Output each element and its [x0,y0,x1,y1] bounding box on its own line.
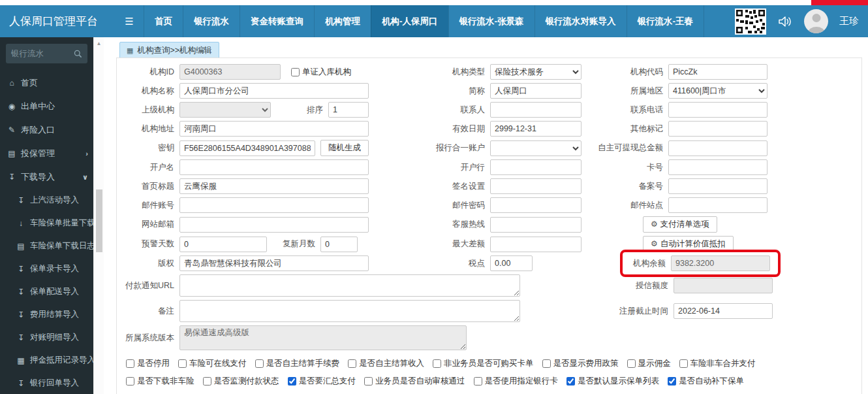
address-label: 机构地址 [117,123,179,135]
tab-bank-flow-zhangjingsen[interactable]: 银行流水-张景森 [448,5,535,37]
random-generate-button[interactable]: 随机生成 [320,140,369,156]
bank-input[interactable] [490,159,581,175]
checkbox-default-show-policy-list[interactable]: 是否默认显示保单列表 [566,376,659,387]
checkbox-auto-online-pay[interactable]: 车险可在线支付 [178,358,247,369]
phone-input[interactable] [668,102,767,118]
checkbox-download-noncar[interactable]: 是否下载非车险 [126,376,194,387]
valid-date-input[interactable] [490,121,581,137]
unified-account-select[interactable] [490,140,581,156]
tab-bank-flow[interactable]: 银行流水 [183,5,240,37]
tab-home[interactable]: 首页 [144,5,183,37]
org-name-input[interactable] [179,83,369,99]
contact-input[interactable] [490,102,581,118]
checkbox-auto-supplement-policy[interactable]: 是否自动补下保单 [668,376,744,387]
mail-site-label: 邮件站点 [581,200,668,211]
site-mail-label: 网站邮箱 [117,219,179,230]
scrollbar-thumb[interactable] [96,189,102,252]
sidebar-item-policy-delivery-import[interactable]: ↧保单配送导入 [0,280,93,303]
pay-list-options-button[interactable]: ⚙支付清单选项 [643,216,717,233]
search-icon[interactable] [74,50,82,58]
copyright-input[interactable] [179,255,369,271]
sidebar-item-policy-card-import[interactable]: ↧保单录卡导入 [0,257,93,280]
import-icon: ↧ [7,172,16,182]
other-mark-input[interactable] [668,121,767,137]
speaker-icon[interactable] [777,14,793,29]
home-title-input[interactable] [179,178,369,194]
max-diff-input[interactable] [490,237,581,252]
gear-icon: ⚙ [651,239,658,248]
account-name-input[interactable] [179,159,369,175]
short-name-input[interactable] [490,83,581,99]
site-mail-input[interactable] [179,217,369,233]
sort-input[interactable] [328,102,369,118]
checkbox-use-specified-bankcard[interactable]: 是否使用指定银行卡 [474,376,559,387]
sign-setting-input[interactable] [490,178,581,194]
sidebar-item-deposit-record-import[interactable]: ▦押金抵用记录导入 [0,349,93,372]
sidebar-item-auto-policy-download-log[interactable]: ▤车险保单下载日志 [0,235,93,257]
checkbox-auto-noncar-merge-pay[interactable]: 车险非车合并支付 [679,358,756,369]
tax-point-input[interactable] [490,255,533,271]
max-diff-label: 最大差额 [369,238,490,250]
tab-org-picc-zhoukou[interactable]: 机构-人保周口 [371,5,448,37]
self-withdraw-total-input[interactable] [668,140,767,156]
cert-in-checkbox[interactable]: 单证入库机构 [291,67,351,78]
tab-bank-flow-reconcile-import[interactable]: 银行流水对账导入 [535,5,627,37]
checkbox-disabled[interactable]: 是否停用 [126,358,170,369]
checkbox-self-settle-income[interactable]: 是否自主结算收入 [348,358,424,369]
scrollbar-up-arrow[interactable]: ▲ [94,37,104,46]
sidebar-search [6,44,87,63]
record-no-label: 备案号 [581,181,668,192]
system-version-label: 所属系统版本 [117,333,179,344]
sidebar-item-download-import[interactable]: ↧下载导入∨ [0,165,93,189]
card-no-input[interactable] [668,159,767,175]
tab-fund-transfer-query[interactable]: 资金转账查询 [240,5,314,37]
region-select[interactable]: 411600|周口市 [668,83,767,99]
tab-org-manage[interactable]: 机构管理 [314,5,371,37]
org-code-input[interactable] [668,64,767,80]
other-mark-label: 其他标记 [581,123,668,135]
highlight-annotation: 机构余额 [620,250,781,277]
avatar[interactable] [804,9,828,33]
sidebar-item-insure-manage[interactable]: ▤投保管理› [0,142,93,165]
record-no-input[interactable] [668,178,767,194]
checkbox-show-commission[interactable]: 显示佣金 [627,358,671,369]
pay-notify-url-textarea[interactable] [179,274,520,297]
checkbox-nonsales-buy-card[interactable]: 非业务员是否可购买卡单 [433,358,534,369]
checkbox-self-settle-fee[interactable]: 是否自主结算手续费 [255,358,340,369]
sort-label: 排序 [307,105,328,116]
checkbox-monitor-pay-status[interactable]: 是否监测付款状态 [203,376,279,387]
option-row-1: 是否停用 车险可在线支付 是否自主结算手续费 是否自主结算收入 非业务员是否可购… [126,358,861,369]
search-input[interactable] [11,49,74,58]
parent-org-label: 上级机构 [117,105,179,116]
parent-org-select[interactable] [179,102,271,118]
renew-months-input[interactable] [320,237,358,252]
sidebar-item-bank-receipt-import[interactable]: ↧银行回单导入 [0,372,93,394]
hamburger-icon[interactable]: ☰ [115,5,144,37]
remark-textarea[interactable] [179,300,520,322]
checkbox-show-fee-policy[interactable]: 是否显示费用政策 [542,358,619,369]
import-icon: ↧ [16,265,25,274]
mail-password-input[interactable] [490,197,581,213]
sidebar-item-reconcile-detail-import[interactable]: ↧对账明细导入 [0,326,93,349]
hotline-input[interactable] [490,217,581,233]
sidebar-item-fee-settle-import[interactable]: ↧费用结算导入 [0,303,93,326]
sidebar-item-life-entry[interactable]: ✎寿险入口 [0,118,93,142]
mail-account-input[interactable] [179,197,369,213]
address-input[interactable] [179,121,369,137]
warn-days-input[interactable] [179,237,267,252]
tab-bank-flow-wangchun[interactable]: 银行流水-王春 [627,5,705,37]
reg-deadline-input[interactable] [674,303,773,319]
breadcrumb: ▦ 机构查询>>机构编辑 [119,42,219,59]
sidebar-item-auto-policy-batch-download[interactable]: ↓车险保单批量下载 [0,212,93,235]
secret-key-input[interactable] [179,140,315,156]
sidebar-item-issuing-center[interactable]: ◉出单中心 [0,95,93,118]
sidebar-item-home[interactable]: ⌂首页 [0,71,93,95]
sidebar-scrollbar: ▲ [93,37,104,394]
checkbox-summary-pay[interactable]: 是否要汇总支付 [288,376,356,387]
mail-password-label: 邮件密码 [369,200,490,211]
mail-site-input[interactable] [668,197,767,213]
checkbox-salesman-auto-approve[interactable]: 业务员是否自动审核通过 [364,376,465,387]
org-id-input [179,64,281,80]
sidebar-item-saic-activity-import[interactable]: ↧上汽活动导入 [0,189,93,212]
org-type-select[interactable]: 保险技术服务 [490,64,581,80]
